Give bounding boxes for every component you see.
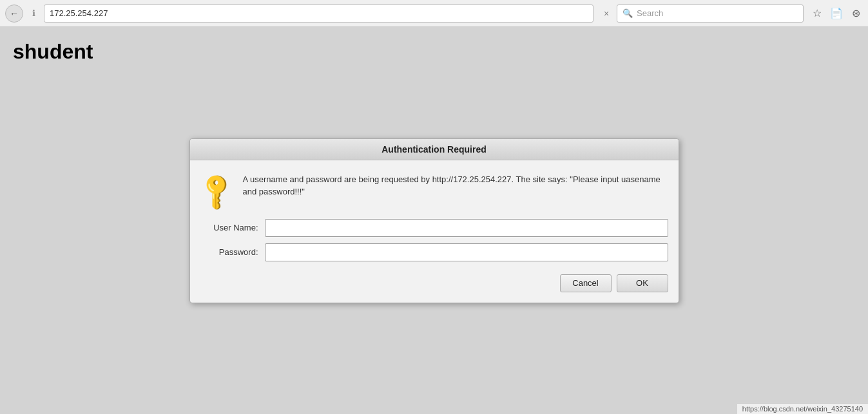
dialog-fields: User Name: Password:: [200, 219, 668, 261]
toolbar-icons: ☆ 📄 ⊛: [810, 6, 863, 21]
back-button[interactable]: ←: [5, 5, 23, 23]
tab-close-button[interactable]: ×: [600, 7, 613, 20]
cancel-button[interactable]: Cancel: [560, 274, 612, 292]
password-input[interactable]: [265, 243, 668, 261]
pocket-icon[interactable]: ⊛: [849, 6, 863, 21]
dialog-title: Authentication Required: [190, 139, 679, 160]
status-url: https://blog.csdn.net/weixin_43275140: [742, 405, 863, 413]
address-bar[interactable]: 172.25.254.227: [44, 5, 593, 23]
dialog-info: 🔑 A username and password are being requ…: [200, 173, 668, 206]
dialog-body: 🔑 A username and password are being requ…: [190, 160, 679, 303]
dialog-message: A username and password are being reques…: [243, 173, 668, 198]
bookmark-icon[interactable]: ☆: [810, 6, 824, 21]
password-row: Password:: [200, 243, 668, 261]
status-bar: https://blog.csdn.net/weixin_43275140: [737, 403, 868, 414]
key-icon: 🔑: [194, 169, 238, 213]
username-row: User Name:: [200, 219, 668, 237]
ok-button[interactable]: OK: [617, 274, 668, 292]
page-content: shudent Authentication Required 🔑 A user…: [0, 27, 868, 414]
search-bar[interactable]: 🔍 Search: [617, 5, 804, 23]
address-text: 172.25.254.227: [50, 8, 108, 18]
info-icon: ℹ: [27, 7, 40, 20]
search-placeholder: Search: [637, 8, 663, 18]
browser-toolbar: ← ℹ 172.25.254.227 × 🔍 Search ☆ 📄 ⊛: [0, 0, 868, 27]
username-input[interactable]: [265, 219, 668, 237]
search-icon: 🔍: [622, 8, 633, 18]
reader-icon[interactable]: 📄: [829, 6, 844, 21]
password-label: Password:: [200, 247, 258, 257]
dialog-buttons: Cancel OK: [200, 274, 668, 292]
back-icon: ←: [10, 8, 19, 19]
username-label: User Name:: [200, 223, 258, 232]
dialog-overlay: Authentication Required 🔑 A username and…: [0, 27, 868, 414]
auth-dialog: Authentication Required 🔑 A username and…: [189, 138, 679, 303]
